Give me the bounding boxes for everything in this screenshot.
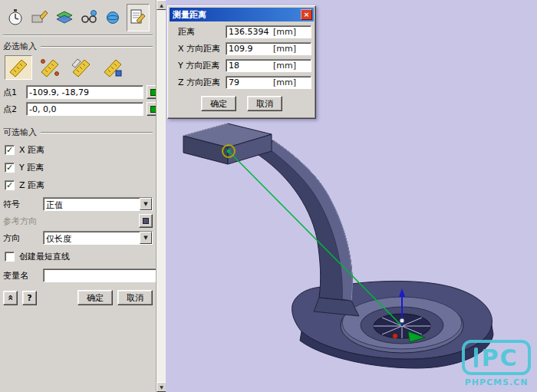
watermark-site: PHPCMS.CN <box>462 377 531 387</box>
x-direction-label: X 方向距离 <box>172 43 226 54</box>
panel-scrollbar[interactable]: ▲ ▼ <box>156 0 166 392</box>
glasses-tool-button[interactable] <box>77 4 100 31</box>
ruler-object-icon <box>103 58 123 77</box>
point2-input[interactable] <box>26 102 143 116</box>
measure-type-projected-button[interactable] <box>36 55 64 80</box>
help-icon: ? <box>27 293 31 303</box>
y-distance-checkbox[interactable]: ✓ <box>5 163 15 173</box>
create-line-row: 创建最短直线 <box>5 251 153 262</box>
point1-input[interactable] <box>26 85 143 99</box>
timer-tool-button[interactable] <box>4 4 27 31</box>
symbol-row: 符号 正值 ▼ <box>3 197 153 211</box>
z-distance-checkbox[interactable]: ✓ <box>5 180 15 190</box>
point1-row: 点1 <box>3 85 153 99</box>
x-direction-row: X 方向距离 109.9 [mm] <box>172 42 311 55</box>
measure-type-screen-button[interactable] <box>68 55 95 80</box>
reference-direction-button[interactable] <box>139 214 153 228</box>
z-distance-label: Z 距离 <box>19 180 44 191</box>
layers-tool-button[interactable] <box>53 4 76 31</box>
dialog-actions: 确定 取消 <box>170 96 314 111</box>
ruler-icon <box>8 58 28 77</box>
direction-select-value: 仅长度 <box>44 232 140 244</box>
z-direction-field[interactable]: 79 [mm] <box>226 76 311 89</box>
section-icon <box>30 8 50 28</box>
timer-icon <box>5 8 25 28</box>
panel-cancel-button[interactable]: 取消 <box>117 290 153 305</box>
measure-type-buttons <box>5 55 153 80</box>
section-tool-button[interactable] <box>28 4 51 31</box>
variable-row: 变量名 <box>3 268 153 282</box>
glasses-icon <box>79 8 99 28</box>
sphere-icon <box>104 8 124 28</box>
x-direction-field[interactable]: 109.9 [mm] <box>226 42 311 55</box>
optional-input-group: 可选输入 <box>3 127 153 138</box>
direction-label: 方向 <box>3 232 40 244</box>
distance-field[interactable]: 136.5394 [mm] <box>226 25 311 38</box>
x-distance-label: X 距离 <box>19 144 44 156</box>
point2-label: 点2 <box>3 104 23 115</box>
viewport-3d[interactable]: 测量距离 × 距离 136.5394 [mm] X 方向距离 109.9 [mm… <box>166 0 537 392</box>
logo-bar <box>474 348 478 367</box>
reference-direction-row: 参考方向 <box>3 214 153 228</box>
layers-icon <box>54 8 74 28</box>
app-window: 必选输入 <box>0 0 537 392</box>
logo-text: PC <box>481 344 518 371</box>
y-direction-value: 18 <box>229 61 273 71</box>
symbol-select-value: 正值 <box>44 198 140 210</box>
close-icon[interactable]: × <box>301 9 312 20</box>
distance-row: 距离 136.5394 [mm] <box>172 25 311 38</box>
point1-label: 点1 <box>3 87 23 98</box>
z-direction-unit: [mm] <box>273 77 296 87</box>
watermark: PC PHPCMS.CN <box>462 340 531 387</box>
x-direction-unit: [mm] <box>273 44 296 54</box>
y-direction-field[interactable]: 18 [mm] <box>226 59 311 72</box>
variable-input[interactable] <box>43 268 160 282</box>
z-direction-label: Z 方向距离 <box>172 77 226 88</box>
ruler-points-icon <box>40 58 60 77</box>
point2-row: 点2 <box>3 102 153 116</box>
x-direction-value: 109.9 <box>229 44 273 54</box>
variable-label: 变量名 <box>3 270 40 282</box>
symbol-select[interactable]: 正值 ▼ <box>43 197 153 211</box>
chevron-down-icon[interactable]: ▼ <box>140 232 152 244</box>
direction-select[interactable]: 仅长度 ▼ <box>43 231 153 245</box>
panel-actions: « ? 确定 取消 <box>3 290 153 305</box>
sphere-tool-button[interactable] <box>102 4 125 31</box>
notes-tool-button[interactable] <box>127 4 150 31</box>
panel-toolbar <box>3 2 153 33</box>
distance-value: 136.5394 <box>229 27 273 37</box>
optional-group-title: 可选输入 <box>3 127 37 138</box>
measure-distance-dialog: 测量距离 × 距离 136.5394 [mm] X 方向距离 109.9 [mm… <box>167 5 316 119</box>
toolbar-separator <box>3 35 153 36</box>
distance-label: 距离 <box>172 26 226 38</box>
x-distance-row: ✓ X 距离 <box>5 144 153 156</box>
y-direction-row: Y 方向距离 18 [mm] <box>172 59 311 72</box>
panel-ok-button[interactable]: 确定 <box>77 290 113 305</box>
measure-type-object-button[interactable] <box>99 55 127 80</box>
dialog-cancel-button[interactable]: 取消 <box>247 96 282 111</box>
help-button[interactable]: ? <box>22 291 37 305</box>
distance-unit: [mm] <box>273 27 296 37</box>
required-input-group: 必选输入 <box>3 41 153 52</box>
collapse-dialog-button[interactable]: « <box>3 291 18 305</box>
notes-icon <box>128 8 148 28</box>
direction-row: 方向 仅长度 ▼ <box>3 231 153 245</box>
y-distance-label: Y 距离 <box>19 162 44 173</box>
z-distance-row: ✓ Z 距离 <box>5 180 153 191</box>
symbol-label: 符号 <box>3 199 40 210</box>
dialog-ok-button[interactable]: 确定 <box>201 96 236 111</box>
y-distance-row: ✓ Y 距离 <box>5 162 153 173</box>
create-line-checkbox[interactable] <box>5 252 15 262</box>
measure-type-distance-button[interactable] <box>5 55 32 80</box>
create-line-label: 创建最短直线 <box>19 251 70 262</box>
z-direction-row: Z 方向距离 79 [mm] <box>172 76 311 89</box>
direction-vector-icon <box>143 218 149 224</box>
reference-direction-label: 参考方向 <box>3 216 37 227</box>
phpcms-logo: PC <box>462 340 531 375</box>
group-title-rule <box>41 132 153 133</box>
dialog-titlebar[interactable]: 测量距离 × <box>170 8 314 21</box>
chevron-down-icon[interactable]: ▼ <box>140 198 152 210</box>
y-direction-label: Y 方向距离 <box>172 60 226 71</box>
ruler-double-icon <box>71 58 91 77</box>
x-distance-checkbox[interactable]: ✓ <box>5 145 15 155</box>
